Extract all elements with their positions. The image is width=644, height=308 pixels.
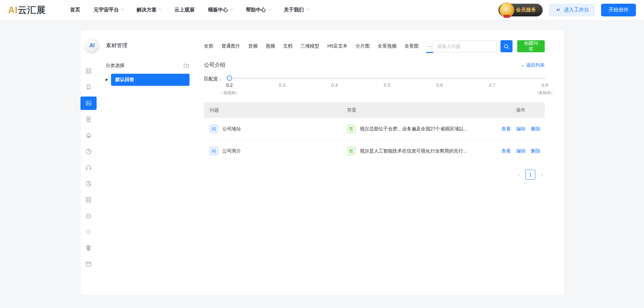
delete-link[interactable]: 删除 xyxy=(531,148,540,154)
nav-item-templates[interactable]: 模板中心 xyxy=(208,7,232,13)
bookmark-icon xyxy=(85,84,92,90)
sidebar-item-ai-chat[interactable] xyxy=(80,209,97,223)
media-type-tabs: 全部 普通图片 音频 视频 文档 三维模型 H5富文本 分片图 全景视频 全景图… xyxy=(204,43,433,49)
answer-cell: 答 视尔是人工智能技术在信息可视化行业商用的先行... xyxy=(347,147,497,155)
start-creating-button[interactable]: 开始创作 xyxy=(601,4,636,16)
category-header: 分类选择 xyxy=(106,62,190,69)
edit-link[interactable]: 编辑 xyxy=(516,148,526,154)
tab-panoramic-video[interactable]: 全景视频 xyxy=(378,43,396,49)
add-folder-icon[interactable] xyxy=(183,62,190,69)
nav-item-help[interactable]: 帮助中心 xyxy=(246,7,270,13)
prev-page-arrow[interactable]: ‹ xyxy=(518,172,520,178)
caret-right-icon[interactable] xyxy=(106,78,108,81)
slider-tick-label: 0.7 xyxy=(489,82,495,88)
tab-more[interactable]: ⋯ xyxy=(427,44,433,49)
chevron-down-icon xyxy=(306,7,309,10)
slider-tick-label: 0.5 xyxy=(384,82,390,88)
slider-tick-label: 0.6 xyxy=(436,82,443,88)
sidebar-item-exhibition-hall[interactable] xyxy=(80,129,97,142)
chevron-down-icon xyxy=(230,7,233,10)
question-text: 公司地址 xyxy=(222,126,241,132)
table-row: 问 公司地址 答 视尔总部位于合肥，业务遍及全国27个省级区域以... 查看 编… xyxy=(204,118,545,140)
answer-text: 视尔是人工智能技术在信息可视化行业商用的先行... xyxy=(360,148,467,154)
search-input[interactable] xyxy=(433,41,497,52)
sidebar-item-stats[interactable] xyxy=(80,177,97,190)
tab-document[interactable]: 文档 xyxy=(283,43,292,49)
ribbon-icon xyxy=(503,15,510,18)
active-tab-indicator xyxy=(426,52,433,53)
nav-item-about[interactable]: 关于我们 xyxy=(284,7,308,13)
slider-tick-dot xyxy=(281,77,283,79)
tab-3d-model[interactable]: 三维模型 xyxy=(301,43,319,49)
tab-audio[interactable]: 音频 xyxy=(248,43,258,49)
header-question: 问题 xyxy=(204,107,347,113)
navbar-right: ♛ 会员服务 AI 进入工作台 开始创作 xyxy=(498,4,636,16)
tab-images[interactable]: 普通图片 xyxy=(221,43,240,49)
page-number-current[interactable]: 1 xyxy=(525,170,535,180)
slider-tick-dot xyxy=(438,77,441,79)
answer-text: 视尔总部位于合肥，业务遍及全国27个省级区域以... xyxy=(360,126,468,132)
category-item-default-answer[interactable]: 默认回答 xyxy=(111,74,190,86)
vip-medal-icon: ♛ xyxy=(499,3,514,17)
logo-ai-text: AI xyxy=(8,5,18,15)
grid-icon xyxy=(85,68,92,74)
match-degree-slider[interactable]: 0.2 0.3 0.4 0.5 0.6 0.7 0.8 （最模糊） （最精准） xyxy=(229,73,545,98)
slider-tick-dot xyxy=(386,77,388,79)
sidebar-item-grid[interactable] xyxy=(80,64,97,78)
sidebar-item-library[interactable] xyxy=(80,241,97,255)
slider-tick-label: 0.4 xyxy=(331,82,338,88)
next-page-arrow[interactable]: › xyxy=(541,172,543,178)
tab-h5-richtext[interactable]: H5富文本 xyxy=(327,43,347,49)
actions-cell: 查看 编辑 删除 xyxy=(497,148,545,154)
sidebar-item-bookmark[interactable] xyxy=(80,80,97,94)
tab-sliced-image[interactable]: 分片图 xyxy=(356,43,370,49)
view-link[interactable]: 查看 xyxy=(501,148,511,154)
museum-icon xyxy=(85,132,92,139)
search-button[interactable] xyxy=(500,40,513,52)
edit-link[interactable]: 编辑 xyxy=(516,126,526,132)
question-text: 公司简介 xyxy=(222,148,241,154)
question-cell: 问 公司地址 xyxy=(204,125,347,133)
nav-item-metaverse[interactable]: 元宇宙平台 xyxy=(94,7,123,13)
slider-min-hint: （最模糊） xyxy=(219,90,239,96)
material-management-card: AI 素材管理 xyxy=(80,30,564,295)
enter-workspace-button[interactable]: AI 进入工作台 xyxy=(549,4,595,16)
nav-label: 关于我们 xyxy=(284,7,304,13)
actions-cell: 查看 编辑 删除 xyxy=(497,126,545,132)
crown-glyph: ♛ xyxy=(502,5,512,15)
workspace-logo-icon: AI xyxy=(555,7,561,13)
sidebar-item-browser[interactable] xyxy=(80,257,97,271)
back-to-list-link[interactable]: ‹ 返回列表 xyxy=(522,62,545,68)
slider-tick-dot xyxy=(333,77,336,79)
slider-tick-label: 0.8 xyxy=(541,82,548,88)
comment-icon xyxy=(85,229,92,235)
nav-item-home[interactable]: 首页 xyxy=(70,7,80,13)
slider-tick-label: 0.2 xyxy=(226,82,232,88)
view-link[interactable]: 查看 xyxy=(501,126,511,132)
sidebar-item-audio-service[interactable] xyxy=(80,161,97,174)
match-degree-row: 匹配度： 0.2 0.3 0.4 0.5 0.6 0.7 0.8 xyxy=(204,73,545,98)
nav-item-solutions[interactable]: 解决方案 xyxy=(137,7,161,13)
slider-tick-dot xyxy=(544,77,546,79)
search-icon xyxy=(503,43,509,50)
answer-cell: 答 视尔总部位于合肥，业务遍及全国27个省级区域以... xyxy=(347,125,497,133)
sidebar-item-apps[interactable] xyxy=(80,193,97,206)
member-service-button[interactable]: ♛ 会员服务 xyxy=(498,4,543,16)
slider-handle[interactable] xyxy=(227,75,232,81)
header-answer: 答案 xyxy=(347,107,497,113)
sidebar-item-documents[interactable] xyxy=(80,113,97,126)
delete-link[interactable]: 删除 xyxy=(531,126,540,132)
tab-all[interactable]: 全部 xyxy=(204,43,213,49)
nav-item-cloud-exhibit[interactable]: 云上观展 xyxy=(174,7,195,13)
tab-video[interactable]: 视频 xyxy=(266,43,275,49)
app-logo[interactable]: AI 云汇展 xyxy=(8,4,46,16)
window-icon xyxy=(85,261,92,267)
create-qa-button[interactable]: 创建问答 xyxy=(517,40,545,52)
sidebar-item-comments[interactable] xyxy=(80,225,97,239)
pie-chart-icon xyxy=(85,180,92,187)
sidebar-item-images-active[interactable] xyxy=(80,97,97,110)
nav-label: 元宇宙平台 xyxy=(94,7,119,13)
question-badge: 问 xyxy=(210,147,218,155)
sidebar-item-analytics[interactable] xyxy=(80,145,97,158)
tab-panorama[interactable]: 全景图 xyxy=(405,43,419,49)
